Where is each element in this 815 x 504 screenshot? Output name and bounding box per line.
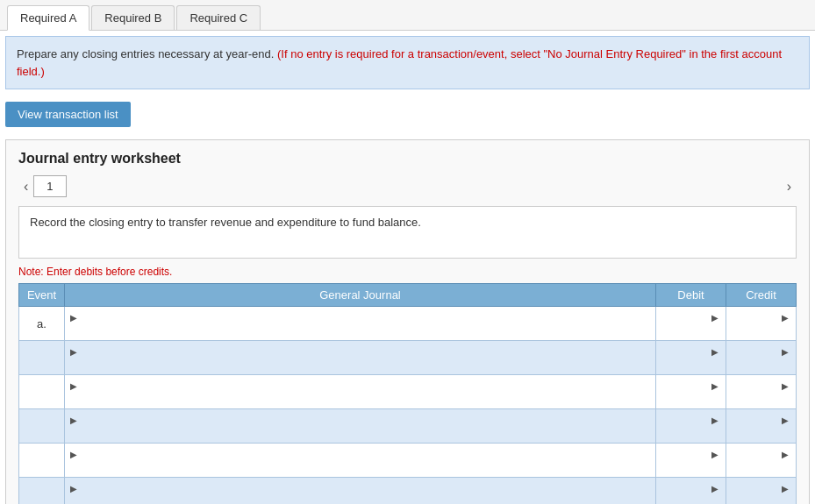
table-row-debit[interactable]: ▶ — [656, 375, 726, 409]
credit-input[interactable] — [732, 426, 790, 439]
arrow-icon: ▶ — [711, 415, 718, 425]
arrow-icon: ▶ — [782, 313, 789, 323]
table-row[interactable]: ▶ — [65, 409, 656, 444]
arrow-icon: ▶ — [782, 415, 789, 425]
table-row-debit[interactable]: ▶ — [656, 478, 726, 505]
view-transaction-button[interactable]: View transaction list — [5, 102, 131, 127]
col-header-debit: Debit — [656, 284, 726, 307]
table-row[interactable]: ▶ — [65, 478, 656, 505]
prev-page-button[interactable]: ‹ — [18, 177, 33, 196]
credit-input[interactable] — [732, 392, 790, 405]
tab-required-b[interactable]: Required B — [91, 5, 175, 30]
credit-input[interactable] — [732, 494, 790, 504]
arrow-icon: ▶ — [711, 450, 718, 459]
col-header-credit: Credit — [726, 284, 797, 307]
table-row-credit[interactable]: ▶ — [726, 341, 797, 375]
tab-required-a[interactable]: Required A — [7, 5, 89, 31]
general-journal-input[interactable] — [70, 426, 650, 439]
arrow-icon: ▶ — [711, 313, 718, 323]
table-row-debit[interactable]: ▶ — [656, 444, 726, 478]
debit-input[interactable] — [661, 358, 720, 371]
tab-required-c[interactable]: Required C — [176, 5, 261, 30]
tabs-container: Required A Required B Required C — [0, 0, 815, 31]
worksheet-container: Journal entry worksheet ‹ 1 › Record the… — [5, 139, 810, 504]
table-row-event — [19, 478, 65, 505]
entry-description: Record the closing entry to transfer rev… — [18, 206, 797, 259]
table-row-credit[interactable]: ▶ — [726, 409, 797, 444]
arrow-icon: ▶ — [711, 381, 718, 391]
general-journal-input[interactable] — [70, 494, 650, 504]
col-header-event: Event — [19, 284, 65, 307]
table-row[interactable]: ▶ — [65, 341, 656, 375]
credit-input[interactable] — [732, 323, 790, 337]
arrow-icon: ▶ — [70, 381, 77, 391]
arrow-icon: ▶ — [782, 347, 789, 357]
table-row-event — [19, 341, 65, 375]
credit-input[interactable] — [732, 460, 790, 473]
table-row-event — [19, 444, 65, 478]
general-journal-input[interactable] — [70, 358, 650, 371]
table-row-credit[interactable]: ▶ — [726, 444, 797, 478]
worksheet-title: Journal entry worksheet — [18, 151, 797, 167]
table-row-credit[interactable]: ▶ — [726, 375, 797, 409]
table-row-event — [19, 409, 65, 444]
arrow-icon: ▶ — [70, 450, 77, 459]
table-row-debit[interactable]: ▶ — [656, 307, 726, 341]
arrow-icon: ▶ — [70, 347, 77, 357]
table-row-credit[interactable]: ▶ — [726, 478, 797, 505]
debit-input[interactable] — [661, 426, 720, 439]
debit-input[interactable] — [661, 494, 720, 504]
next-page-button[interactable]: › — [782, 177, 797, 196]
current-page: 1 — [33, 175, 66, 197]
instruction-main-text: Prepare any closing entries necessary at… — [17, 47, 274, 60]
instruction-box: Prepare any closing entries necessary at… — [5, 36, 810, 89]
debit-input[interactable] — [661, 460, 720, 473]
arrow-icon: ▶ — [70, 415, 77, 425]
table-row-event: a. — [19, 307, 65, 341]
arrow-icon: ▶ — [70, 484, 77, 493]
arrow-icon: ▶ — [711, 347, 718, 357]
table-row-event — [19, 375, 65, 409]
general-journal-input[interactable] — [70, 323, 650, 337]
note-text: Note: Enter debits before credits. — [18, 266, 797, 278]
general-journal-input[interactable] — [70, 460, 650, 473]
debit-input[interactable] — [661, 323, 720, 337]
table-row[interactable]: ▶ — [65, 444, 656, 478]
pagination: ‹ 1 › — [18, 175, 797, 197]
arrow-icon: ▶ — [782, 450, 789, 459]
table-row-credit[interactable]: ▶ — [726, 307, 797, 341]
col-header-general-journal: General Journal — [65, 284, 656, 307]
credit-input[interactable] — [732, 358, 790, 371]
table-row[interactable]: ▶ — [65, 307, 656, 341]
arrow-icon: ▶ — [711, 484, 718, 493]
table-row[interactable]: ▶ — [65, 375, 656, 409]
table-row-debit[interactable]: ▶ — [656, 341, 726, 375]
arrow-icon: ▶ — [782, 484, 789, 493]
table-row-debit[interactable]: ▶ — [656, 409, 726, 444]
general-journal-input[interactable] — [70, 392, 650, 405]
arrow-icon: ▶ — [782, 381, 789, 391]
debit-input[interactable] — [661, 392, 720, 405]
arrow-icon: ▶ — [70, 313, 77, 323]
journal-table: Event General Journal Debit Credit a.▶▶▶… — [18, 283, 797, 504]
